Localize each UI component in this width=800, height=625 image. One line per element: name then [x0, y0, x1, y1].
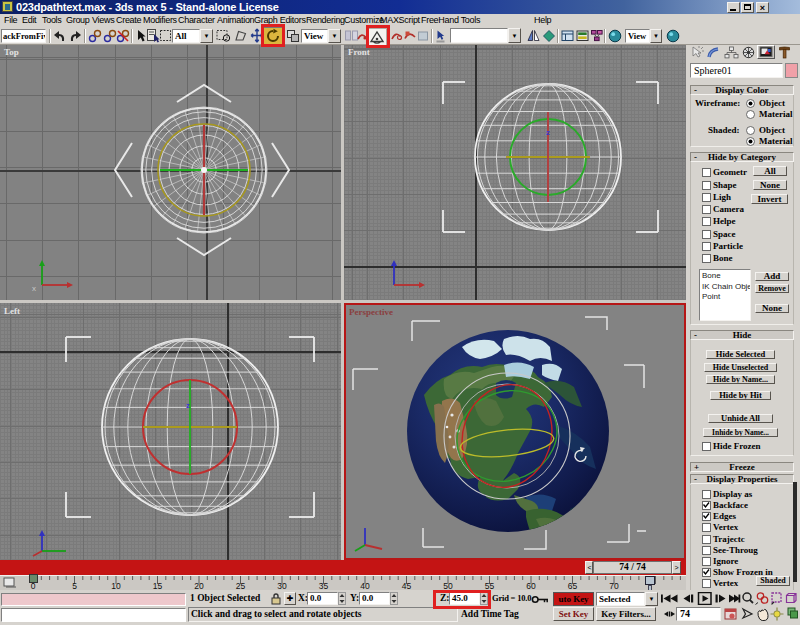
svg-text:x: x	[32, 284, 36, 293]
